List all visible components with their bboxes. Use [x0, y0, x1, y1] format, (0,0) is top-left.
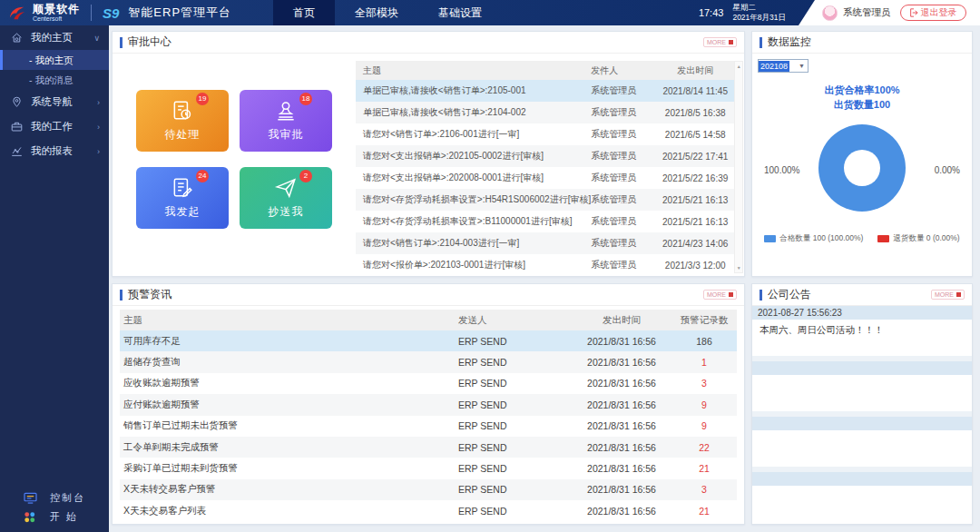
title-accent-bar	[760, 37, 762, 48]
scroll-down-icon[interactable]: ▼	[737, 263, 741, 272]
approval-tile[interactable]: 18我审批	[240, 90, 332, 152]
alert-row[interactable]: 应收账款逾期预警ERP SEND2021/8/31 16:563	[120, 373, 737, 394]
top-nav-item[interactable]: 首页	[273, 0, 335, 25]
row-sender: ERP SEND	[458, 336, 572, 347]
row-sender: ERP SEND	[458, 420, 572, 431]
announcement-item[interactable]: 2021-08-27 15:56:23本周六、周日公司活动！！！	[752, 306, 972, 356]
legend-item[interactable]: 退货数量 0 (0.00%)	[877, 233, 959, 244]
home-icon	[11, 32, 24, 44]
row-sender: 系统管理员	[591, 172, 656, 184]
row-time: 2021/8/31 16:56	[572, 357, 671, 368]
work-icon	[11, 121, 24, 133]
brand-bird-icon	[7, 5, 27, 21]
panel-title: 数据监控	[768, 34, 811, 50]
more-button[interactable]: MORE	[931, 290, 965, 300]
table-row[interactable]: 请您对<销售订单>:2104-003进行[一审]系统管理员2021/4/23 1…	[356, 232, 734, 254]
chevron-right-icon: ›	[97, 123, 100, 132]
panel-header: 数据监控	[752, 32, 972, 54]
more-label: MORE	[707, 39, 726, 45]
row-time: 2021/8/31 16:56	[572, 442, 671, 453]
announcement-item[interactable]	[752, 361, 972, 411]
sidebar-subitem[interactable]: - 我的消息	[0, 70, 109, 90]
table-scrollbar[interactable]: ▲ ▼	[734, 61, 743, 273]
panel-header: 审批中心 MORE	[113, 32, 744, 54]
table-row[interactable]: 单据已审核,请接收<销售订单>:2104-002系统管理员2021/8/5 16…	[356, 102, 734, 123]
row-time: 2021/8/31 16:56	[572, 420, 671, 431]
approval-body: 19待处理18我审批24我发起2抄送我 主题 发件人 发出时间 单据已审核,请接…	[113, 54, 744, 277]
table-row[interactable]: 请您对<销售订单>:2106-001进行[一审]系统管理员2021/6/5 14…	[356, 123, 734, 145]
row-alert-count: 9	[671, 420, 737, 431]
panel-title: 审批中心	[128, 34, 172, 50]
sidebar-item[interactable]: 我的工作›	[0, 114, 109, 139]
table-row[interactable]: 请您对<存货浮动耗损率设置>:H54R1S006002进行[审核]系统管理员20…	[356, 189, 734, 211]
row-time: 2021/8/31 16:56	[572, 378, 671, 389]
alert-row[interactable]: 可用库存不足ERP SEND2021/8/31 16:56186	[120, 330, 737, 351]
row-subject: 请您对<销售订单>:2104-003进行[一审]	[356, 237, 591, 250]
row-time: 2021/3/3 12:00	[656, 261, 734, 271]
table-row[interactable]: 请您对<支出报销单>:202008-0001进行[审核]系统管理员2021/5/…	[356, 167, 734, 189]
announcement-item[interactable]	[752, 417, 972, 467]
donut-chart	[818, 124, 906, 212]
announcement-item[interactable]	[752, 472, 972, 524]
sidebar-item-label: 系统导航	[31, 95, 73, 109]
table-row[interactable]: 请您对<支出报销单>:202105-0002进行[审核]系统管理员2021/5/…	[356, 145, 734, 167]
approval-tile[interactable]: 19待处理	[136, 90, 229, 152]
row-sender: 系统管理员	[591, 84, 656, 97]
col-time: 发出时间	[656, 64, 734, 77]
s9-logo: S9	[103, 5, 119, 21]
panel-header: 预警资讯 MORE	[113, 284, 744, 306]
alert-row[interactable]: X天未交易客户列表ERP SEND2021/8/31 16:5621	[120, 500, 737, 521]
announcement-text: 本周六、周日公司活动！！！	[752, 320, 972, 356]
row-sender: ERP SEND	[458, 357, 572, 368]
period-select[interactable]: 202108 ▼	[758, 59, 808, 73]
approval-rows: 单据已审核,请接收<销售订单>:2105-001系统管理员2021/8/14 1…	[356, 80, 734, 276]
row-time: 2021/5/21 16:13	[656, 217, 734, 227]
sidebar-item[interactable]: 系统导航›	[0, 90, 109, 114]
scroll-up-icon[interactable]: ▲	[737, 62, 741, 71]
sidebar-footer-item[interactable]: 开 始	[0, 507, 109, 527]
announcements-panel: 公司公告 MORE 2021-08-27 15:56:23本周六、周日公司活动！…	[751, 283, 973, 525]
table-row[interactable]: 请您对<存货浮动耗损率设置>:B11000001进行[审核]系统管理员2021/…	[356, 211, 734, 232]
console-icon	[24, 492, 37, 504]
logout-button[interactable]: 退出登录	[900, 5, 966, 21]
nav-icon	[11, 96, 24, 109]
row-subject: 单据已审核,请接收<销售订单>:2105-001	[356, 84, 591, 97]
col-count: 预警记录数	[671, 314, 737, 327]
row-time: 2021/6/5 14:58	[656, 130, 734, 140]
row-alert-count: 3	[671, 378, 737, 389]
approval-tile[interactable]: 2抄送我	[240, 167, 332, 229]
row-subject: 销售订单已过期未出货预警	[120, 419, 458, 432]
alert-row[interactable]: X天未转交易客户预警ERP SEND2021/8/31 16:563	[120, 479, 737, 500]
sidebar-footer-item[interactable]: 控制台	[0, 488, 109, 507]
alert-row[interactable]: 工令单到期未完成预警ERP SEND2021/8/31 16:5622	[120, 437, 737, 458]
username-label: 系统管理员	[843, 6, 891, 19]
alert-row[interactable]: 超储存货查询ERP SEND2021/8/31 16:561	[120, 351, 737, 372]
quantity-label: 出货数量100	[752, 97, 972, 112]
more-button[interactable]: MORE	[703, 290, 737, 300]
top-nav-item[interactable]: 基础设置	[418, 0, 502, 25]
top-nav-item[interactable]: 全部模块	[335, 0, 418, 25]
row-time: 2021/5/21 16:13	[656, 195, 734, 205]
sidebar-item[interactable]: 我的主页∨	[0, 25, 109, 50]
approval-tile[interactable]: 24我发起	[136, 167, 229, 229]
sidebar-item[interactable]: 我的报表›	[0, 139, 109, 163]
legend-item[interactable]: 合格数量 100 (100.00%)	[764, 233, 863, 244]
col-sender: 发送人	[458, 314, 572, 327]
row-subject: 工令单到期未完成预警	[120, 441, 458, 454]
more-button[interactable]: MORE	[703, 37, 737, 47]
row-alert-count: 1	[671, 357, 737, 368]
table-row[interactable]: 请您对<报价单>:202103-0001进行[审核]系统管理员2021/3/3 …	[356, 254, 734, 276]
table-header-row: 主题 发送人 发出时间 预警记录数	[120, 310, 737, 330]
row-time: 2021/8/31 16:56	[572, 484, 671, 495]
row-subject: X天未交易客户列表	[120, 505, 458, 517]
tile-icon-wrap: 2	[274, 176, 298, 200]
alert-row[interactable]: 采购订单已过期未到货预警ERP SEND2021/8/31 16:5621	[120, 458, 737, 478]
table-row[interactable]: 单据已审核,请接收<销售订单>:2105-001系统管理员2021/8/14 1…	[356, 80, 734, 102]
row-alert-count: 3	[671, 484, 737, 495]
row-sender: 系统管理员	[591, 128, 656, 141]
alert-row[interactable]: 应付账款逾期预警ERP SEND2021/8/31 16:569	[120, 394, 737, 415]
sidebar-item-label: 我的主页	[31, 31, 73, 44]
logo-divider	[91, 5, 92, 21]
sidebar-subitem[interactable]: - 我的主页	[0, 50, 109, 70]
alert-row[interactable]: 销售订单已过期未出货预警ERP SEND2021/8/31 16:569	[120, 416, 737, 437]
